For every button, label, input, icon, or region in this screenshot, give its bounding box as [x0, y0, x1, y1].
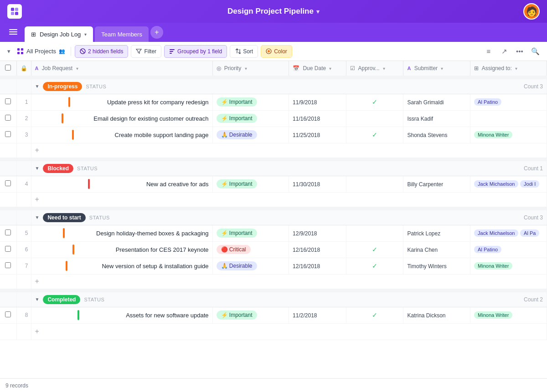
- col-job-request[interactable]: A Job Request ▾: [31, 61, 212, 77]
- sort-button[interactable]: Sort: [230, 45, 258, 58]
- table-row[interactable]: 3 Create mobile support landing page 🙏 D…: [0, 127, 547, 143]
- col-due-date[interactable]: 📅 Due Date ▾: [289, 61, 346, 77]
- add-row-btn[interactable]: +: [31, 274, 547, 290]
- due-date-cell[interactable]: 11/16/2018: [289, 110, 346, 127]
- add-row[interactable]: +: [0, 192, 547, 209]
- table-row[interactable]: 6 Presentation for CES 2017 keynote 🔴 Cr…: [0, 241, 547, 258]
- svg-rect-3: [15, 12, 18, 15]
- row-title-cell[interactable]: Presentation for CES 2017 keynote: [31, 241, 212, 258]
- row-title-cell[interactable]: Design holiday-themed boxes & packaging: [31, 225, 212, 241]
- table-row[interactable]: 7 New version of setup & installation gu…: [0, 258, 547, 274]
- tab-team-members[interactable]: Team Members: [95, 26, 149, 42]
- col-checkbox[interactable]: [0, 61, 16, 77]
- due-date: 12/16/2018: [293, 263, 320, 270]
- avatar[interactable]: 🧑: [523, 3, 540, 20]
- tab-design-job-log[interactable]: ⊞ Design Job Log ▾: [25, 26, 93, 42]
- row-checkbox-cell[interactable]: [0, 241, 16, 258]
- approval-cell[interactable]: [346, 225, 403, 241]
- row-checkbox[interactable]: [5, 131, 11, 137]
- col-assigned-to[interactable]: ⊞ Assigned to: ▾: [470, 61, 547, 77]
- table-header: 🔒 A Job Request ▾ ◎ Priority ▾ 📅 Due Dat…: [0, 61, 547, 77]
- row-checkbox-cell[interactable]: [0, 225, 16, 241]
- add-row-btn[interactable]: +: [31, 143, 547, 159]
- row-checkbox[interactable]: [5, 311, 11, 317]
- col-submitter[interactable]: A Submitter ▾: [403, 61, 470, 77]
- approval-cell[interactable]: [346, 176, 403, 192]
- priority-badge: ⚡ Important: [217, 179, 257, 188]
- due-date-cell[interactable]: 11/25/2018: [289, 127, 346, 143]
- row-title-cell[interactable]: Create mobile support landing page: [31, 127, 212, 143]
- filter-button[interactable]: Filter: [131, 45, 161, 58]
- row-checkbox[interactable]: [5, 98, 11, 104]
- table-row[interactable]: 2 Email design for existing customer out…: [0, 110, 547, 127]
- row-checkbox[interactable]: [5, 262, 11, 268]
- approval-cell[interactable]: ✓: [346, 307, 403, 323]
- due-date-cell[interactable]: 12/9/2018: [289, 225, 346, 241]
- approval-cell[interactable]: ✓: [346, 258, 403, 274]
- row-title-cell[interactable]: New version of setup & installation guid…: [31, 258, 212, 274]
- group-toggle[interactable]: ▼: [35, 297, 40, 302]
- row-checkbox-cell[interactable]: [0, 110, 16, 127]
- priority-cell[interactable]: ⚡ Important: [212, 176, 289, 192]
- due-date-cell[interactable]: 12/16/2018: [289, 258, 346, 274]
- expand-icon[interactable]: ▾: [5, 46, 12, 56]
- add-row[interactable]: +: [0, 274, 547, 290]
- row-checkbox[interactable]: [5, 115, 11, 121]
- priority-cell[interactable]: 🙏 Desirable: [212, 127, 289, 143]
- table-row[interactable]: 5 Design holiday-themed boxes & packagin…: [0, 225, 547, 241]
- table-row[interactable]: 1 Update press kit for company redesign …: [0, 94, 547, 110]
- table-row[interactable]: 4 New ad creative for ads ⚡ Important 11…: [0, 176, 547, 192]
- group-toggle[interactable]: ▼: [35, 166, 40, 171]
- page-title[interactable]: Design Project Pipeline ▾: [227, 7, 320, 16]
- approval-cell[interactable]: ✓: [346, 94, 403, 110]
- select-all-checkbox[interactable]: [5, 65, 11, 71]
- approval-cell[interactable]: ✓: [346, 241, 403, 258]
- table-row[interactable]: 8 Assets for new software update ⚡ Impor…: [0, 307, 547, 323]
- search-button[interactable]: 🔍: [529, 45, 542, 58]
- priority-cell[interactable]: ⚡ Important: [212, 94, 289, 110]
- row-title-cell[interactable]: Email design for existing customer outre…: [31, 110, 212, 127]
- priority-cell[interactable]: 🔴 Critical: [212, 241, 289, 258]
- group-toggle[interactable]: ▼: [35, 84, 40, 89]
- priority-cell[interactable]: ⚡ Important: [212, 307, 289, 323]
- due-date-cell[interactable]: 11/2/2018: [289, 307, 346, 323]
- priority-badge: 🙏 Desirable: [217, 130, 257, 139]
- row-checkbox-cell[interactable]: [0, 127, 16, 143]
- due-date-cell[interactable]: 12/16/2018: [289, 241, 346, 258]
- group-meta: STATUS: [89, 215, 110, 220]
- group-toggle[interactable]: ▼: [35, 215, 40, 220]
- col-approval[interactable]: ☑ Approv... ▾: [346, 61, 403, 77]
- row-checkbox-cell[interactable]: [0, 258, 16, 274]
- approval-cell[interactable]: ✓: [346, 127, 403, 143]
- row-checkbox-cell[interactable]: [0, 94, 16, 110]
- row-checkbox[interactable]: [5, 246, 11, 252]
- add-row-btn[interactable]: +: [31, 192, 547, 209]
- row-height-button[interactable]: ≡: [482, 45, 495, 58]
- add-tab-button[interactable]: +: [150, 26, 163, 39]
- color-button[interactable]: Color: [261, 45, 292, 58]
- due-date-cell[interactable]: 11/9/2018: [289, 94, 346, 110]
- row-title-cell[interactable]: Assets for new software update: [31, 307, 212, 323]
- grouped-button[interactable]: Grouped by 1 field: [164, 45, 227, 58]
- priority-cell[interactable]: ⚡ Important: [212, 110, 289, 127]
- view-selector[interactable]: All Projects 👥: [15, 48, 67, 55]
- approval-cell[interactable]: [346, 110, 403, 127]
- add-row[interactable]: +: [0, 323, 547, 340]
- hamburger-button[interactable]: [5, 24, 21, 41]
- row-checkbox-cell[interactable]: [0, 176, 16, 192]
- row-checkbox-cell[interactable]: [0, 307, 16, 323]
- hidden-fields-button[interactable]: 2 hidden fields: [75, 45, 128, 58]
- more-options-button[interactable]: •••: [513, 45, 526, 58]
- add-row-btn[interactable]: +: [31, 323, 547, 340]
- row-title-cell[interactable]: New ad creative for ads: [31, 176, 212, 192]
- row-checkbox[interactable]: [5, 180, 11, 186]
- due-date-cell[interactable]: 11/30/2018: [289, 176, 346, 192]
- row-checkbox[interactable]: [5, 229, 11, 235]
- priority-cell[interactable]: ⚡ Important: [212, 225, 289, 241]
- app-logo[interactable]: [7, 4, 22, 19]
- col-priority[interactable]: ◎ Priority ▾: [212, 61, 289, 77]
- export-button[interactable]: ↗: [498, 45, 511, 58]
- priority-cell[interactable]: 🙏 Desirable: [212, 258, 289, 274]
- add-row[interactable]: +: [0, 143, 547, 159]
- row-title-cell[interactable]: Update press kit for company redesign: [31, 94, 212, 110]
